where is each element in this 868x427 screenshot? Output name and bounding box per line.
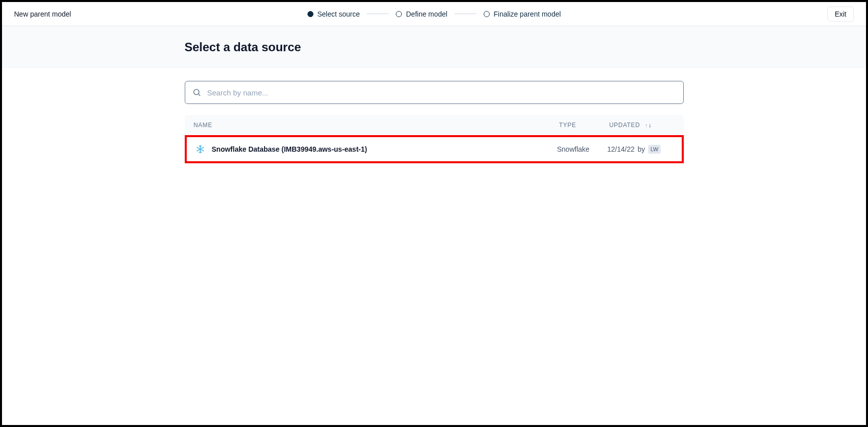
row-type: Snowflake	[557, 145, 607, 153]
row-updated-date: 12/14/22	[607, 145, 635, 153]
main-content: NAME TYPE UPDATED ↑↓ Snowflake Database …	[185, 68, 684, 163]
step-label: Select source	[317, 10, 360, 18]
stepper: Select source Define model Finalize pare…	[307, 10, 561, 18]
svg-line-1	[198, 94, 200, 95]
subheader: Select a data source	[2, 26, 866, 68]
step-finalize-parent-model[interactable]: Finalize parent model	[483, 10, 561, 18]
step-indicator-empty-icon	[483, 11, 489, 17]
row-updated: 12/14/22 by LW	[607, 145, 673, 154]
step-label: Define model	[406, 10, 448, 18]
column-header-updated[interactable]: UPDATED ↑↓	[609, 122, 675, 129]
column-header-type[interactable]: TYPE	[559, 122, 609, 129]
step-label: Finalize parent model	[493, 10, 561, 18]
page-title: Select a data source	[185, 40, 684, 54]
table-row[interactable]: Snowflake Database (IMB39949.aws-us-east…	[185, 135, 684, 163]
step-indicator-empty-icon	[396, 11, 402, 17]
search-input[interactable]	[207, 88, 676, 97]
topbar: New parent model Select source Define mo…	[2, 2, 866, 26]
row-name: Snowflake Database (IMB39949.aws-us-east…	[212, 145, 367, 153]
row-name-cell: Snowflake Database (IMB39949.aws-us-east…	[196, 145, 557, 154]
search-box[interactable]	[185, 81, 684, 104]
avatar: LW	[648, 145, 661, 154]
step-indicator-filled-icon	[307, 11, 313, 17]
step-select-source[interactable]: Select source	[307, 10, 360, 18]
exit-button[interactable]: Exit	[827, 7, 854, 22]
step-define-model[interactable]: Define model	[396, 10, 448, 18]
column-header-updated-label: UPDATED	[609, 122, 640, 129]
search-icon	[192, 88, 201, 97]
svg-point-0	[194, 89, 199, 95]
snowflake-icon	[196, 145, 205, 154]
row-updated-by-word: by	[638, 145, 645, 153]
table-header: NAME TYPE UPDATED ↑↓	[185, 115, 684, 135]
column-header-name[interactable]: NAME	[194, 122, 559, 129]
page-context-title: New parent model	[14, 10, 71, 18]
data-source-table: NAME TYPE UPDATED ↑↓ Snowflake Database …	[185, 115, 684, 163]
sort-icon: ↑↓	[645, 122, 652, 128]
step-connector	[367, 14, 389, 14]
step-connector	[454, 14, 476, 14]
